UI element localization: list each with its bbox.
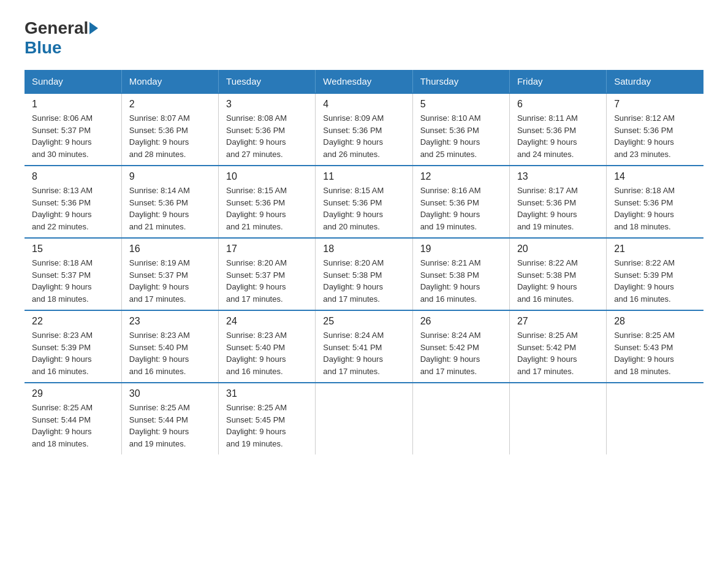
calendar-cell: 26 Sunrise: 8:24 AM Sunset: 5:42 PM Dayl… (412, 310, 509, 383)
day-number: 28 (614, 316, 696, 327)
calendar-cell: 31 Sunrise: 8:25 AM Sunset: 5:45 PM Dayl… (219, 383, 316, 454)
day-number: 19 (420, 243, 502, 255)
header-day-wednesday: Wednesday (316, 70, 412, 93)
calendar-table: SundayMondayTuesdayWednesdayThursdayFrid… (25, 70, 703, 454)
day-info: Sunrise: 8:10 AM Sunset: 5:36 PM Dayligh… (420, 112, 502, 160)
day-info: Sunrise: 8:22 AM Sunset: 5:38 PM Dayligh… (517, 257, 599, 305)
day-info: Sunrise: 8:24 AM Sunset: 5:41 PM Dayligh… (323, 329, 404, 377)
header-row: SundayMondayTuesdayWednesdayThursdayFrid… (25, 70, 703, 93)
day-number: 21 (614, 243, 696, 255)
day-number: 8 (32, 171, 114, 182)
day-number: 1 (32, 99, 114, 110)
calendar-cell: 21 Sunrise: 8:22 AM Sunset: 5:39 PM Dayl… (607, 238, 703, 310)
calendar-cell: 29 Sunrise: 8:25 AM Sunset: 5:44 PM Dayl… (25, 383, 121, 454)
day-info: Sunrise: 8:23 AM Sunset: 5:39 PM Dayligh… (32, 329, 114, 377)
calendar-week-4: 22 Sunrise: 8:23 AM Sunset: 5:39 PM Dayl… (25, 310, 703, 383)
day-info: Sunrise: 8:25 AM Sunset: 5:42 PM Dayligh… (517, 329, 599, 377)
day-number: 22 (32, 316, 114, 327)
day-info: Sunrise: 8:25 AM Sunset: 5:44 PM Dayligh… (129, 402, 211, 450)
day-number: 25 (323, 316, 404, 327)
day-info: Sunrise: 8:17 AM Sunset: 5:36 PM Dayligh… (517, 185, 599, 232)
calendar-cell: 25 Sunrise: 8:24 AM Sunset: 5:41 PM Dayl… (316, 310, 412, 383)
day-info: Sunrise: 8:06 AM Sunset: 5:37 PM Dayligh… (32, 112, 114, 160)
calendar-cell: 14 Sunrise: 8:18 AM Sunset: 5:36 PM Dayl… (607, 166, 703, 238)
day-info: Sunrise: 8:25 AM Sunset: 5:44 PM Dayligh… (32, 402, 114, 450)
header-day-saturday: Saturday (607, 70, 703, 93)
day-info: Sunrise: 8:18 AM Sunset: 5:37 PM Dayligh… (32, 257, 114, 305)
day-info: Sunrise: 8:23 AM Sunset: 5:40 PM Dayligh… (226, 329, 308, 377)
calendar-week-1: 1 Sunrise: 8:06 AM Sunset: 5:37 PM Dayli… (25, 93, 703, 166)
header-day-sunday: Sunday (25, 70, 121, 93)
header-day-monday: Monday (121, 70, 218, 93)
day-number: 9 (129, 171, 211, 182)
logo-general-text: General (25, 18, 88, 38)
day-number: 18 (323, 243, 404, 255)
day-info: Sunrise: 8:20 AM Sunset: 5:38 PM Dayligh… (323, 257, 404, 305)
calendar-cell: 27 Sunrise: 8:25 AM Sunset: 5:42 PM Dayl… (509, 310, 606, 383)
calendar-header: SundayMondayTuesdayWednesdayThursdayFrid… (25, 70, 703, 93)
calendar-cell: 12 Sunrise: 8:16 AM Sunset: 5:36 PM Dayl… (412, 166, 509, 238)
calendar-cell: 23 Sunrise: 8:23 AM Sunset: 5:40 PM Dayl… (121, 310, 218, 383)
day-info: Sunrise: 8:12 AM Sunset: 5:36 PM Dayligh… (614, 112, 696, 160)
calendar-cell: 28 Sunrise: 8:25 AM Sunset: 5:43 PM Dayl… (607, 310, 703, 383)
day-number: 7 (614, 99, 696, 110)
calendar-cell: 2 Sunrise: 8:07 AM Sunset: 5:36 PM Dayli… (121, 93, 218, 166)
calendar-cell: 18 Sunrise: 8:20 AM Sunset: 5:38 PM Dayl… (316, 238, 412, 310)
calendar-cell: 1 Sunrise: 8:06 AM Sunset: 5:37 PM Dayli… (25, 93, 121, 166)
calendar-cell: 17 Sunrise: 8:20 AM Sunset: 5:37 PM Dayl… (219, 238, 316, 310)
day-number: 31 (226, 388, 308, 399)
calendar-cell: 15 Sunrise: 8:18 AM Sunset: 5:37 PM Dayl… (25, 238, 121, 310)
calendar-cell: 24 Sunrise: 8:23 AM Sunset: 5:40 PM Dayl… (219, 310, 316, 383)
day-number: 11 (323, 171, 404, 182)
day-info: Sunrise: 8:25 AM Sunset: 5:45 PM Dayligh… (226, 402, 308, 450)
day-info: Sunrise: 8:23 AM Sunset: 5:40 PM Dayligh… (129, 329, 211, 377)
day-number: 24 (226, 316, 308, 327)
calendar-cell: 22 Sunrise: 8:23 AM Sunset: 5:39 PM Dayl… (25, 310, 121, 383)
calendar-cell (316, 383, 412, 454)
day-info: Sunrise: 8:16 AM Sunset: 5:36 PM Dayligh… (420, 185, 502, 232)
day-info: Sunrise: 8:18 AM Sunset: 5:36 PM Dayligh… (614, 185, 696, 232)
day-number: 20 (517, 243, 599, 255)
day-number: 10 (226, 171, 308, 182)
day-number: 3 (226, 99, 308, 110)
calendar-cell: 13 Sunrise: 8:17 AM Sunset: 5:36 PM Dayl… (509, 166, 606, 238)
calendar-cell: 8 Sunrise: 8:13 AM Sunset: 5:36 PM Dayli… (25, 166, 121, 238)
day-number: 17 (226, 243, 308, 255)
calendar-cell: 3 Sunrise: 8:08 AM Sunset: 5:36 PM Dayli… (219, 93, 316, 166)
day-info: Sunrise: 8:11 AM Sunset: 5:36 PM Dayligh… (517, 112, 599, 160)
day-info: Sunrise: 8:15 AM Sunset: 5:36 PM Dayligh… (323, 185, 404, 232)
day-number: 12 (420, 171, 502, 182)
header-day-tuesday: Tuesday (219, 70, 316, 93)
day-number: 23 (129, 316, 211, 327)
day-info: Sunrise: 8:21 AM Sunset: 5:38 PM Dayligh… (420, 257, 502, 305)
header-day-friday: Friday (509, 70, 606, 93)
calendar-week-5: 29 Sunrise: 8:25 AM Sunset: 5:44 PM Dayl… (25, 383, 703, 454)
day-info: Sunrise: 8:19 AM Sunset: 5:37 PM Dayligh… (129, 257, 211, 305)
calendar-cell: 10 Sunrise: 8:15 AM Sunset: 5:36 PM Dayl… (219, 166, 316, 238)
day-number: 2 (129, 99, 211, 110)
calendar-body: 1 Sunrise: 8:06 AM Sunset: 5:37 PM Dayli… (25, 93, 703, 454)
day-number: 13 (517, 171, 599, 182)
calendar-cell (412, 383, 509, 454)
calendar-cell: 4 Sunrise: 8:09 AM Sunset: 5:36 PM Dayli… (316, 93, 412, 166)
calendar-cell: 11 Sunrise: 8:15 AM Sunset: 5:36 PM Dayl… (316, 166, 412, 238)
day-number: 27 (517, 316, 599, 327)
day-number: 14 (614, 171, 696, 182)
day-number: 15 (32, 243, 114, 255)
day-info: Sunrise: 8:22 AM Sunset: 5:39 PM Dayligh… (614, 257, 696, 305)
day-info: Sunrise: 8:20 AM Sunset: 5:37 PM Dayligh… (226, 257, 308, 305)
day-info: Sunrise: 8:09 AM Sunset: 5:36 PM Dayligh… (323, 112, 404, 160)
day-info: Sunrise: 8:13 AM Sunset: 5:36 PM Dayligh… (32, 185, 114, 232)
calendar-cell: 30 Sunrise: 8:25 AM Sunset: 5:44 PM Dayl… (121, 383, 218, 454)
day-number: 26 (420, 316, 502, 327)
calendar-cell: 5 Sunrise: 8:10 AM Sunset: 5:36 PM Dayli… (412, 93, 509, 166)
day-info: Sunrise: 8:07 AM Sunset: 5:36 PM Dayligh… (129, 112, 211, 160)
calendar-cell: 7 Sunrise: 8:12 AM Sunset: 5:36 PM Dayli… (607, 93, 703, 166)
calendar-week-2: 8 Sunrise: 8:13 AM Sunset: 5:36 PM Dayli… (25, 166, 703, 238)
calendar-cell: 6 Sunrise: 8:11 AM Sunset: 5:36 PM Dayli… (509, 93, 606, 166)
calendar-cell (607, 383, 703, 454)
day-number: 5 (420, 99, 502, 110)
day-number: 6 (517, 99, 599, 110)
day-number: 4 (323, 99, 404, 110)
header-day-thursday: Thursday (412, 70, 509, 93)
